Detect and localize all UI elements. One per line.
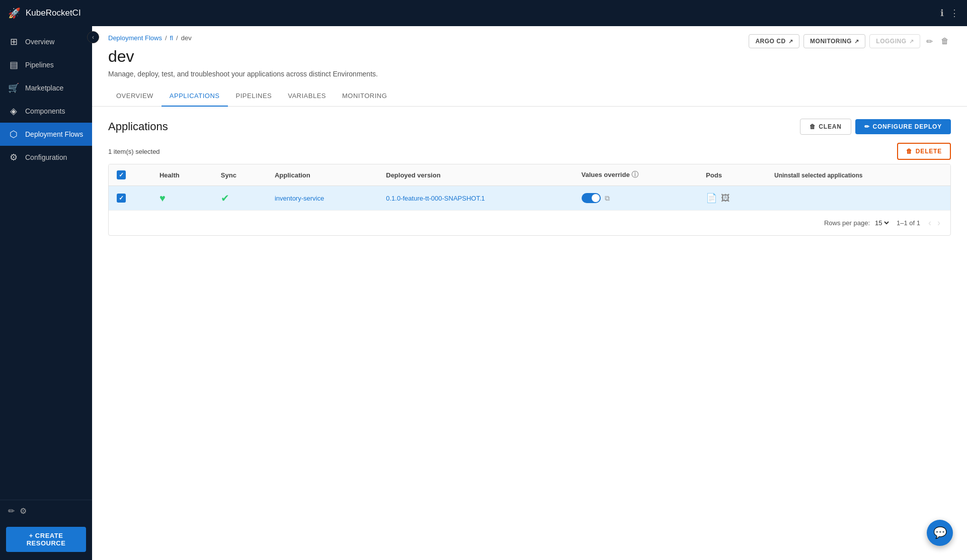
application-link[interactable]: inventory-service [275,195,324,202]
breadcrumb-current: dev [181,34,192,42]
tabs: OVERVIEW APPLICATIONS PIPELINES VARIABLE… [92,86,967,107]
breadcrumb-fl[interactable]: fl [170,34,174,42]
configure-deploy-button[interactable]: ✏ CONFIGURE DEPLOY [855,119,951,134]
table-header: Health Sync Application Deployed version… [109,164,950,186]
argo-cd-button[interactable]: ARGO CD ↗ [749,34,799,48]
sidebar-item-label: Components [25,107,65,115]
row-checkbox[interactable] [117,194,126,203]
tab-applications[interactable]: APPLICATIONS [162,86,228,107]
sidebar-nav: ⊞ Overview ▤ Pipelines 🛒 Marketplace ◈ C… [0,26,92,500]
table-body: ♥ ✔ inventory-service 0.1.0-feature-tt-0… [109,186,950,211]
prev-page-button[interactable]: ‹ [926,217,933,229]
sidebar-item-label: Marketplace [25,84,63,92]
row-checkbox-cell [109,186,151,211]
monitoring-ext-icon: ↗ [854,38,859,45]
sidebar-item-deployment-flows[interactable]: ⬡ Deployment Flows [0,123,92,146]
applications-section: Applications 🗑 CLEAN ✏ CONFIGURE DEPLOY … [92,107,967,248]
sidebar-item-marketplace[interactable]: 🛒 Marketplace [0,76,92,100]
sidebar-item-label: Configuration [25,153,67,161]
topbar-right: ℹ ⋮ [940,8,959,19]
pagination-rows: Rows per page: 15 25 50 [824,219,891,227]
section-header: Applications 🗑 CLEAN ✏ CONFIGURE DEPLOY [108,119,951,135]
delete-page-icon[interactable]: 🗑 [939,35,951,48]
configuration-icon: ⚙ [8,152,19,163]
row-health-cell: ♥ [151,186,213,211]
pod-icons: 📄 🖼 [706,193,758,204]
deployment-flows-icon: ⬡ [8,129,19,140]
row-uninstall-cell [766,186,950,211]
configure-deploy-label: CONFIGURE DEPLOY [873,123,942,130]
argo-cd-label: ARGO CD [755,38,785,45]
edit-icon[interactable]: ✏ [8,506,15,516]
col-checkbox [109,164,151,186]
sidebar-toggle[interactable]: ‹ [87,31,99,43]
selection-count: 1 item(s) selected [108,148,160,155]
pagination-nav: ‹ › [926,217,942,229]
breadcrumb-deployment-flows[interactable]: Deployment Flows [108,34,162,42]
sidebar-item-components[interactable]: ◈ Components [0,100,92,123]
logging-ext-icon: ↗ [909,38,914,45]
logging-button[interactable]: LOGGING ↗ [869,34,920,48]
col-health: Health [151,164,213,186]
values-override-ext-icon[interactable]: ⧉ [605,194,610,203]
sidebar-bottom: ✏ ⚙ [0,500,92,522]
topbar-left: 🚀 KubeRocketCI [8,7,81,19]
tab-variables[interactable]: VARIABLES [280,86,334,107]
chat-fab[interactable]: 💬 [927,520,953,546]
section-title: Applications [108,120,168,133]
selection-bar: 1 item(s) selected 🗑 DELETE [108,143,951,160]
configure-deploy-icon: ✏ [864,123,870,130]
values-override-toggle[interactable] [582,193,601,203]
tab-overview[interactable]: OVERVIEW [108,86,162,107]
row-sync-cell: ✔ [213,186,267,211]
delete-label: DELETE [916,148,942,155]
delete-button[interactable]: 🗑 DELETE [897,143,951,160]
logo-icon: 🚀 [8,7,21,19]
clean-label: CLEAN [819,123,841,130]
sidebar-item-pipelines[interactable]: ▤ Pipelines [0,53,92,76]
monitoring-label: MONITORING [810,38,852,45]
tab-pipelines[interactable]: PIPELINES [228,86,280,107]
marketplace-icon: 🛒 [8,82,19,94]
argo-cd-ext-icon: ↗ [788,38,793,45]
table-header-row: Health Sync Application Deployed version… [109,164,950,186]
pod-doc-icon[interactable]: 📄 [706,193,717,204]
breadcrumb: Deployment Flows / fl / dev dev [108,34,192,66]
table-row: ♥ ✔ inventory-service 0.1.0-feature-tt-0… [109,186,950,211]
sidebar-item-overview[interactable]: ⊞ Overview [0,30,92,53]
app-title: KubeRocketCI [26,8,81,18]
select-all-checkbox[interactable] [117,170,126,179]
breadcrumb-nav: Deployment Flows / fl / dev [108,34,192,42]
main-layout: ‹ ⊞ Overview ▤ Pipelines 🛒 Marketplace ◈… [0,26,967,560]
more-icon[interactable]: ⋮ [950,8,959,19]
breadcrumb-sep-2: / [176,34,178,42]
pod-img-icon[interactable]: 🖼 [721,193,730,204]
content: Deployment Flows / fl / dev dev ARGO CD … [92,26,967,560]
breadcrumb-sep-1: / [165,34,167,42]
components-icon: ◈ [8,106,19,117]
rows-per-page-select[interactable]: 15 25 50 [873,219,891,227]
row-pods-cell: 📄 🖼 [698,186,766,211]
clean-button[interactable]: 🗑 CLEAN [800,119,851,135]
create-resource-button[interactable]: + CREATE RESOURCE [6,527,86,552]
next-page-button[interactable]: › [935,217,942,229]
topbar: 🚀 KubeRocketCI ℹ ⋮ [0,0,967,26]
pagination-range: 1–1 of 1 [897,219,920,227]
monitoring-button[interactable]: MONITORING ↗ [803,34,865,48]
edit-page-icon[interactable]: ✏ [924,35,935,48]
info-icon[interactable]: ℹ [940,8,944,19]
values-override-info-icon[interactable]: ⓘ [631,170,638,178]
col-application: Application [267,164,378,186]
version-text: 0.1.0-feature-tt-000-SNAPSHOT.1 [386,195,485,202]
col-pods: Pods [698,164,766,186]
col-deployed-version: Deployed version [378,164,573,186]
page-header: Deployment Flows / fl / dev dev ARGO CD … [92,26,967,78]
sidebar-item-configuration[interactable]: ⚙ Configuration [0,146,92,169]
settings-icon[interactable]: ⚙ [20,506,27,516]
sidebar-item-label: Overview [25,38,54,46]
logging-label: LOGGING [876,38,906,45]
row-values-override-cell: ⧉ [574,186,698,211]
sync-icon: ✔ [221,193,229,204]
tab-monitoring[interactable]: MONITORING [334,86,395,107]
clean-icon: 🗑 [810,123,816,130]
